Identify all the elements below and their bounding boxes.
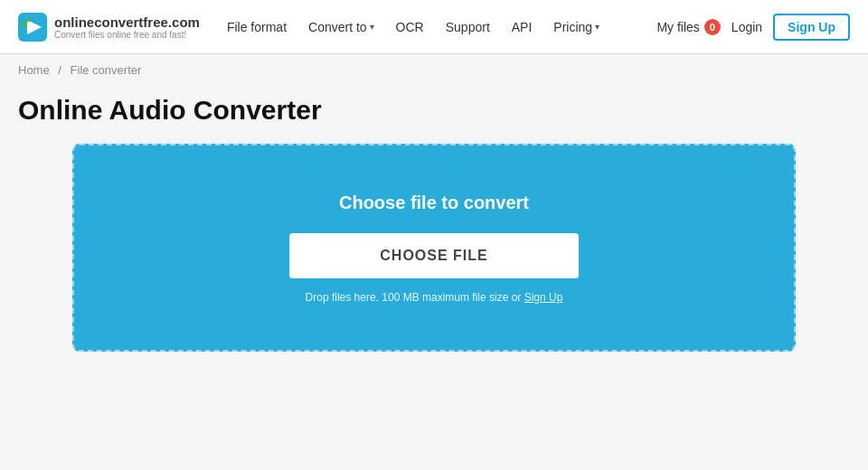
login-button[interactable]: Login (731, 20, 762, 34)
my-files-label: My files (656, 20, 699, 34)
chevron-down-icon: ▾ (370, 22, 374, 32)
nav-convert-to[interactable]: Convert to ▾ (299, 14, 383, 40)
chevron-down-icon: ▾ (595, 22, 599, 32)
signup-button[interactable]: Sign Up (773, 14, 850, 41)
drop-zone[interactable]: Choose file to convert CHOOSE FILE Drop … (72, 144, 796, 352)
breadcrumb-separator: / (58, 63, 61, 77)
logo-area[interactable]: onlineconvertfree.com Convert files onli… (18, 13, 200, 42)
header: onlineconvertfree.com Convert files onli… (0, 0, 868, 54)
choose-file-button[interactable]: CHOOSE FILE (289, 233, 579, 278)
nav-pricing[interactable]: Pricing ▾ (544, 14, 609, 40)
logo-text-area: onlineconvertfree.com Convert files onli… (54, 14, 200, 40)
breadcrumb-current: File converter (71, 63, 142, 77)
breadcrumb-home[interactable]: Home (18, 63, 50, 77)
drop-hint-text: Drop files here. 100 MB maximum file siz… (306, 291, 522, 304)
my-files-badge: 0 (704, 19, 721, 35)
my-files-button[interactable]: My files 0 (656, 19, 720, 35)
site-name: onlineconvertfree.com (54, 14, 200, 30)
nav-ocr[interactable]: OCR (387, 14, 433, 40)
drop-hint-signup-link[interactable]: Sign Up (524, 291, 563, 304)
main-nav: File format Convert to ▾ OCR Support API… (218, 14, 639, 40)
drop-hint: Drop files here. 100 MB maximum file siz… (306, 291, 563, 304)
breadcrumb: Home / File converter (0, 54, 868, 86)
drop-zone-heading: Choose file to convert (339, 193, 529, 213)
site-tagline: Convert files online free and fast! (54, 30, 200, 40)
logo-icon (18, 13, 47, 42)
page-title: Online Audio Converter (18, 95, 850, 126)
nav-support[interactable]: Support (437, 14, 499, 40)
nav-file-format[interactable]: File format (218, 14, 296, 40)
main-content: Online Audio Converter Choose file to co… (0, 86, 868, 379)
header-right: My files 0 Login Sign Up (656, 14, 850, 41)
nav-api[interactable]: API (503, 14, 542, 40)
